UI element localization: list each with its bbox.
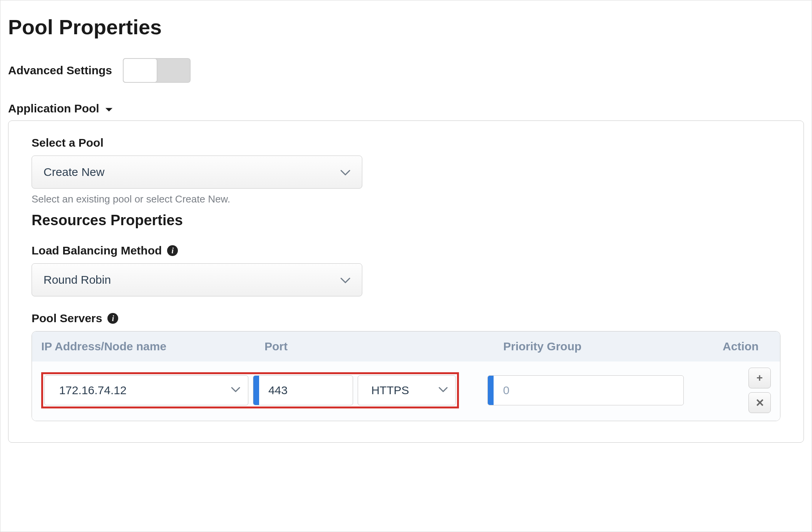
close-icon: ✕: [755, 396, 764, 409]
advanced-settings-label: Advanced Settings: [8, 64, 112, 77]
load-balancing-value: Round Robin: [44, 273, 111, 286]
blue-stripe: [488, 376, 494, 405]
protocol-dropdown[interactable]: HTTPS: [358, 375, 456, 405]
pool-servers-table: IP Address/Node name Port Priority Group…: [32, 331, 780, 421]
select-pool-label: Select a Pool: [32, 136, 780, 149]
priority-input-wrapper: [487, 375, 684, 405]
blue-stripe: [253, 376, 259, 405]
remove-row-button[interactable]: ✕: [748, 392, 771, 413]
priority-input[interactable]: [494, 376, 683, 405]
advanced-settings-row: Advanced Settings: [8, 58, 804, 83]
info-icon[interactable]: i: [167, 245, 178, 256]
add-row-button[interactable]: +: [748, 368, 771, 388]
select-pool-dropdown[interactable]: Create New: [32, 156, 362, 189]
chevron-down-icon: [340, 166, 350, 179]
pool-servers-label: Pool Servers i: [32, 312, 780, 325]
resources-properties-heading: Resources Properties: [32, 212, 780, 229]
port-input-wrapper: [253, 375, 353, 405]
ip-node-combobox[interactable]: 172.16.74.12: [44, 375, 248, 405]
toggle-knob: [123, 58, 157, 83]
info-icon[interactable]: i: [107, 313, 118, 324]
load-balancing-label: Load Balancing Method i: [32, 244, 780, 257]
plus-icon: +: [757, 372, 763, 384]
table-row: 172.16.74.12 HTT: [32, 361, 780, 421]
caret-down-icon: [105, 102, 113, 115]
application-pool-label: Application Pool: [8, 102, 99, 115]
chevron-down-icon: [340, 273, 350, 286]
row-actions: + ✕: [748, 368, 771, 413]
pool-servers-block: Pool Servers i IP Address/Node name Port…: [32, 312, 780, 421]
load-balancing-block: Load Balancing Method i Round Robin: [32, 244, 780, 296]
table-header: IP Address/Node name Port Priority Group…: [32, 331, 780, 361]
col-header-action: Action: [723, 340, 771, 353]
chevron-down-icon: [223, 387, 248, 394]
col-header-priority: Priority Group: [503, 340, 723, 353]
advanced-settings-toggle[interactable]: [123, 58, 191, 83]
application-pool-section-toggle[interactable]: Application Pool: [8, 102, 804, 115]
chevron-down-icon: [431, 387, 455, 394]
port-input[interactable]: [259, 376, 353, 405]
select-pool-value: Create New: [44, 166, 104, 179]
highlighted-server-fields: 172.16.74.12 HTT: [41, 372, 459, 408]
protocol-value: HTTPS: [362, 384, 431, 397]
select-pool-block: Select a Pool Create New Select an exist…: [32, 136, 780, 205]
col-header-ip: IP Address/Node name: [41, 340, 265, 353]
ip-value: 172.16.74.12: [50, 384, 223, 397]
pool-properties-page: Pool Properties Advanced Settings Applic…: [0, 0, 812, 532]
page-title: Pool Properties: [8, 15, 804, 39]
col-header-port: Port: [265, 340, 503, 353]
load-balancing-dropdown[interactable]: Round Robin: [32, 263, 362, 296]
application-pool-panel: Select a Pool Create New Select an exist…: [8, 120, 804, 443]
select-pool-helper: Select an existing pool or select Create…: [32, 193, 780, 205]
